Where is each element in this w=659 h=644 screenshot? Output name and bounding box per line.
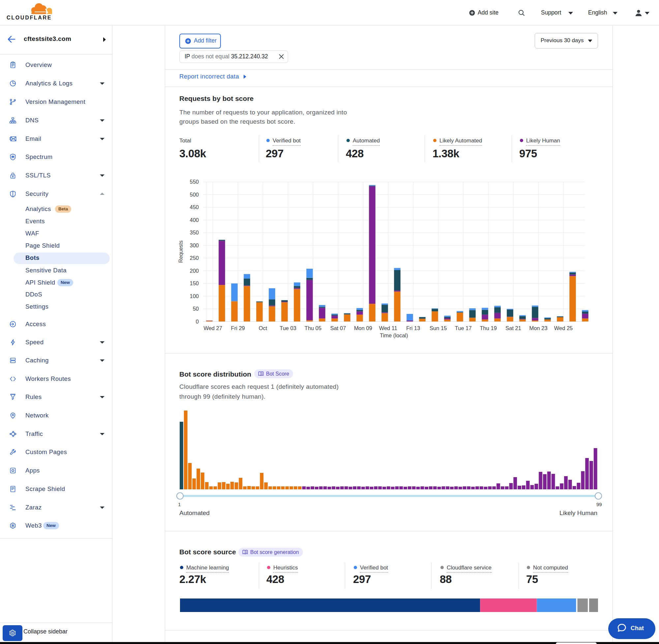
svg-text:450: 450 [190, 204, 199, 210]
svg-text:Wed 11: Wed 11 [379, 325, 397, 331]
svg-text:Fri 29: Fri 29 [231, 325, 245, 331]
svg-text:Time (local): Time (local) [380, 332, 408, 338]
svg-text:Sat 21: Sat 21 [505, 325, 521, 331]
svg-text:300: 300 [190, 243, 199, 248]
svg-text:Tue 17: Tue 17 [455, 325, 472, 331]
svg-text:Wed 25: Wed 25 [554, 325, 573, 331]
svg-text:0: 0 [196, 319, 199, 324]
svg-text:Sat 07: Sat 07 [330, 325, 346, 331]
svg-text:Thu 19: Thu 19 [480, 325, 497, 331]
svg-text:Tue 03: Tue 03 [280, 325, 297, 331]
svg-text:350: 350 [190, 230, 199, 235]
svg-text:Oct: Oct [259, 325, 267, 331]
svg-text:250: 250 [190, 255, 199, 261]
svg-text:Thu 05: Thu 05 [305, 325, 322, 331]
svg-text:550: 550 [190, 179, 199, 185]
svg-text:Sun 15: Sun 15 [429, 325, 447, 331]
svg-text:100: 100 [190, 293, 199, 299]
svg-text:Wed 27: Wed 27 [204, 325, 222, 331]
svg-text:150: 150 [190, 280, 199, 286]
svg-text:Requests: Requests [178, 240, 184, 263]
svg-text:50: 50 [193, 306, 199, 312]
svg-text:500: 500 [190, 191, 199, 198]
svg-text:Mon 23: Mon 23 [529, 325, 547, 331]
svg-text:Fri 13: Fri 13 [406, 325, 420, 331]
svg-text:200: 200 [190, 268, 199, 274]
svg-text:400: 400 [190, 217, 199, 223]
svg-text:Mon 09: Mon 09 [354, 325, 372, 331]
